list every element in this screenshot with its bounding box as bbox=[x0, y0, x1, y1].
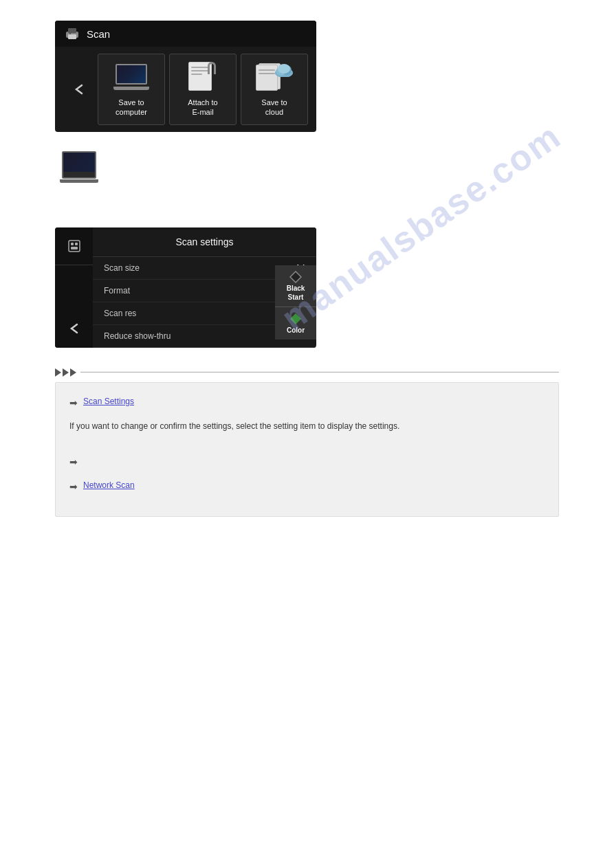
svg-rect-11 bbox=[71, 247, 78, 249]
scan-settings-panel: Scan settings Scan size A4 Format PDF Sc… bbox=[55, 227, 316, 348]
save-computer-label: Save tocomputer bbox=[116, 98, 147, 118]
start-label-black: Start bbox=[288, 293, 304, 301]
save-cloud-label: Save tocloud bbox=[261, 98, 287, 118]
start-buttons: Black Start Color bbox=[275, 265, 316, 340]
network-scan-link[interactable]: Network Scan bbox=[83, 479, 135, 491]
home-icon bbox=[66, 238, 83, 254]
diamond-black-icon bbox=[289, 271, 302, 283]
attach-to-email-option[interactable]: Attach toE-mail bbox=[169, 54, 237, 125]
scan-back-button[interactable] bbox=[62, 82, 96, 96]
scan-options: Save tocomputer bbox=[96, 54, 309, 125]
settings-header: Scan settings bbox=[93, 227, 316, 257]
reduce-show-thru-label: Reduce show-thru bbox=[104, 331, 289, 341]
scan-panel-body: Save tocomputer bbox=[55, 47, 316, 132]
color-start-button[interactable]: Color bbox=[275, 307, 316, 340]
svg-rect-10 bbox=[75, 243, 78, 245]
note-item-1-text: Scan Settings bbox=[83, 395, 134, 408]
settings-title: Scan settings bbox=[175, 236, 233, 247]
scan-panel: Scan Save tocomputer bbox=[55, 21, 316, 132]
laptop-icon bbox=[111, 61, 152, 92]
small-laptop-icon bbox=[62, 151, 96, 179]
note-indicator bbox=[55, 368, 559, 377]
save-to-cloud-option[interactable]: Save tocloud bbox=[241, 54, 308, 125]
svg-rect-9 bbox=[71, 243, 74, 245]
scan-panel-header: Scan bbox=[55, 21, 316, 47]
svg-rect-1 bbox=[68, 28, 76, 33]
note-item-2-text: If you want to change or confirm the set… bbox=[69, 420, 399, 432]
svg-marker-13 bbox=[290, 313, 301, 324]
arrow-icon-1: ➡ bbox=[69, 396, 78, 410]
email-icon bbox=[182, 61, 223, 92]
note-item-3: ➡ bbox=[69, 454, 545, 469]
svg-rect-8 bbox=[69, 241, 80, 252]
format-label: Format bbox=[104, 286, 289, 296]
scan-settings-link[interactable]: Scan Settings bbox=[83, 397, 134, 406]
back-icon bbox=[67, 322, 81, 335]
color-label: Color bbox=[287, 326, 305, 334]
note-item-1: ➡ Scan Settings bbox=[69, 395, 545, 410]
note-item-2: If you want to change or confirm the set… bbox=[69, 420, 545, 432]
svg-marker-12 bbox=[290, 271, 301, 282]
back-arrow-icon bbox=[72, 82, 86, 96]
settings-back-button[interactable] bbox=[55, 310, 93, 348]
save-to-computer-option[interactable]: Save tocomputer bbox=[98, 54, 165, 125]
arrow-icon-3: ➡ bbox=[69, 480, 78, 494]
diamond-color-icon bbox=[289, 313, 302, 325]
note-item-4: ➡ Network Scan bbox=[69, 479, 545, 494]
small-laptop-indicator bbox=[62, 151, 559, 183]
cloud-icon bbox=[254, 61, 295, 92]
scan-res-label: Scan res bbox=[104, 309, 278, 318]
note-arrows-icon bbox=[55, 368, 76, 377]
printer-icon bbox=[65, 27, 80, 40]
scan-panel-title: Scan bbox=[87, 28, 110, 40]
black-start-button[interactable]: Black Start bbox=[275, 265, 316, 307]
note-divider bbox=[80, 372, 559, 372]
note-box: ➡ Scan Settings If you want to change or… bbox=[55, 382, 559, 517]
attach-email-label: Attach toE-mail bbox=[188, 98, 217, 118]
home-button[interactable] bbox=[55, 227, 93, 265]
settings-sidebar bbox=[55, 227, 93, 348]
scan-size-label: Scan size bbox=[104, 263, 295, 273]
svg-rect-2 bbox=[68, 34, 76, 39]
svg-point-7 bbox=[278, 64, 290, 74]
arrow-icon-2: ➡ bbox=[69, 455, 78, 469]
black-label: Black bbox=[287, 285, 305, 292]
svg-rect-3 bbox=[69, 33, 71, 34]
cloud-shape-icon bbox=[274, 63, 294, 77]
